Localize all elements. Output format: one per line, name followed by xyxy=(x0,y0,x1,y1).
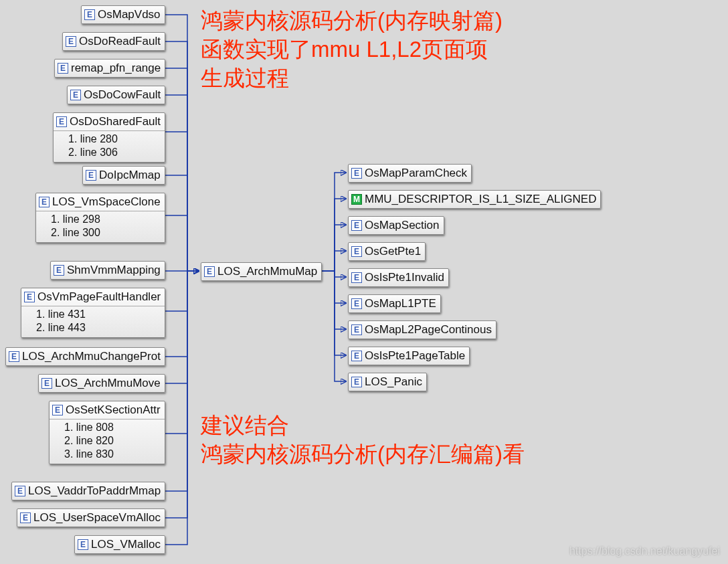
callee-node[interactable]: EOsMapL2PageContinous xyxy=(348,320,496,339)
callee-node[interactable]: EOsIsPte1Invalid xyxy=(348,268,449,287)
callee-node-label: OsMapParamCheck xyxy=(365,167,467,180)
caller-node[interactable]: EOsMapVdso xyxy=(81,5,165,24)
caller-node-label: DoIpcMmap xyxy=(99,169,161,182)
function-icon: E xyxy=(9,351,19,362)
caller-node-label: OsMapVdso xyxy=(98,8,161,21)
callee-node[interactable]: EOsMapParamCheck xyxy=(348,164,472,183)
caller-node[interactable]: EOsSetKSectionAttr1. line 8082. line 820… xyxy=(49,401,165,464)
center-node[interactable]: E LOS_ArchMmuMap xyxy=(201,262,322,281)
caller-node-label: LOS_VMalloc xyxy=(91,538,161,551)
caller-node-lines: 1. line 4312. line 443 xyxy=(21,306,165,337)
caller-node[interactable]: EOsDoReadFault xyxy=(62,32,165,51)
caller-node-lines: 1. line 2802. line 306 xyxy=(54,131,165,162)
caller-node-label: OsDoReadFault xyxy=(79,35,161,48)
macro-icon: M xyxy=(351,194,362,205)
caller-node[interactable]: EOsDoSharedFault1. line 2802. line 306 xyxy=(53,112,165,163)
function-icon: E xyxy=(54,265,64,276)
function-icon: E xyxy=(70,90,81,100)
annotation-bottom: 建议结合 鸿蒙内核源码分析(内存汇编篇)看 xyxy=(201,411,525,469)
caller-node-label: LOS_VaddrToPaddrMmap xyxy=(28,484,161,498)
function-icon: E xyxy=(351,220,362,231)
caller-node-label: LOS_ArchMmuChangeProt xyxy=(22,350,161,363)
function-icon: E xyxy=(15,486,25,496)
caller-node-label: LOS_VmSpaceClone xyxy=(52,195,161,209)
function-icon: E xyxy=(351,298,362,309)
callee-node[interactable]: EOsMapSection xyxy=(348,216,444,235)
function-icon: E xyxy=(351,351,362,361)
caller-node[interactable]: ELOS_ArchMmuChangeProt xyxy=(5,347,165,366)
center-node-label: LOS_ArchMmuMap xyxy=(217,265,317,278)
callee-node-label: LOS_Panic xyxy=(365,375,422,389)
function-icon: E xyxy=(24,292,35,302)
function-icon: E xyxy=(351,272,362,283)
caller-node[interactable]: ELOS_VmSpaceClone1. line 2982. line 300 xyxy=(35,193,165,243)
function-icon: E xyxy=(41,378,52,389)
caller-node-label: ShmVmmMapping xyxy=(67,264,161,277)
callee-node-label: OsMapL1PTE xyxy=(365,297,436,310)
caller-node[interactable]: EOsVmPageFaultHandler1. line 4312. line … xyxy=(21,288,165,338)
callee-node-label: OsMapSection xyxy=(365,219,440,232)
caller-node-label: OsVmPageFaultHandler xyxy=(37,290,161,304)
callee-node-label: OsGetPte1 xyxy=(365,245,421,258)
annotation-top: 鸿蒙内核源码分析(内存映射篇) 函数实现了mmu L1,L2页面项 生成过程 xyxy=(201,7,503,93)
caller-node-label: remap_pfn_range xyxy=(71,62,161,75)
caller-node-label: OsDoSharedFault xyxy=(70,115,161,128)
caller-node-label: OsSetKSectionAttr xyxy=(66,403,161,417)
callee-node[interactable]: ELOS_Panic xyxy=(348,373,427,391)
function-icon: E xyxy=(39,197,50,207)
caller-node[interactable]: ELOS_ArchMmuMove xyxy=(38,374,165,393)
watermark: https://blog.csdn.net/kuangyufei xyxy=(569,545,720,557)
caller-node[interactable]: ELOS_VMalloc xyxy=(74,535,165,554)
caller-node[interactable]: ELOS_VaddrToPaddrMmap xyxy=(11,482,165,500)
function-icon: E xyxy=(52,405,63,415)
caller-node[interactable]: Eremap_pfn_range xyxy=(54,59,165,78)
caller-node-lines: 1. line 2982. line 300 xyxy=(36,211,165,242)
function-icon: E xyxy=(56,116,67,127)
caller-node-label: LOS_UserSpaceVmAlloc xyxy=(33,511,161,525)
function-icon: E xyxy=(58,63,68,74)
function-icon: E xyxy=(204,266,215,277)
function-icon: E xyxy=(20,512,31,523)
callee-node[interactable]: EOsGetPte1 xyxy=(348,242,426,261)
callee-node[interactable]: EOsIsPte1PageTable xyxy=(348,347,470,365)
caller-node[interactable]: EShmVmmMapping xyxy=(50,261,165,280)
caller-node-label: OsDoCowFault xyxy=(84,88,161,102)
callee-node-label: OsIsPte1Invalid xyxy=(365,271,444,284)
caller-node[interactable]: EDoIpcMmap xyxy=(82,166,165,185)
function-icon: E xyxy=(78,539,88,550)
caller-node[interactable]: EOsDoCowFault xyxy=(67,86,165,104)
caller-node-lines: 1. line 8082. line 8203. line 830 xyxy=(50,419,165,464)
function-icon: E xyxy=(351,246,362,257)
callee-node-label: MMU_DESCRIPTOR_IS_L1_SIZE_ALIGNED xyxy=(365,193,596,206)
function-icon: E xyxy=(84,9,95,20)
callee-node-label: OsIsPte1PageTable xyxy=(365,349,465,363)
caller-node[interactable]: ELOS_UserSpaceVmAlloc xyxy=(17,508,165,527)
callee-node[interactable]: EOsMapL1PTE xyxy=(348,294,441,313)
caller-node-label: LOS_ArchMmuMove xyxy=(55,377,161,390)
function-icon: E xyxy=(86,170,96,181)
function-icon: E xyxy=(351,324,362,335)
callee-node-label: OsMapL2PageContinous xyxy=(365,323,492,337)
function-icon: E xyxy=(351,168,362,179)
function-icon: E xyxy=(66,36,76,47)
callee-node[interactable]: MMMU_DESCRIPTOR_IS_L1_SIZE_ALIGNED xyxy=(348,190,601,209)
function-icon: E xyxy=(351,377,362,387)
